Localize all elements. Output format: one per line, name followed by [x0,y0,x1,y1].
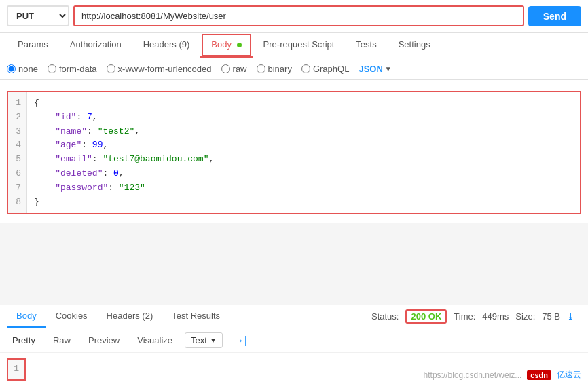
method-select[interactable]: PUT GET POST DELETE PATCH [7,5,69,26]
body-dot [237,43,242,47]
status-label: Status: [371,311,399,322]
time-value: 449ms [482,311,509,322]
option-none[interactable]: none [7,64,38,74]
resp-tab-body[interactable]: Body [7,305,46,328]
option-binary[interactable]: binary [257,64,292,74]
format-preview[interactable]: Preview [83,333,125,347]
logo-yisu: 亿速云 [557,369,581,381]
resp-tab-cookies[interactable]: Cookies [46,305,97,328]
response-status-bar: Status: 200 OK Time: 449ms Size: 75 B ⤓ [371,309,581,324]
time-label: Time: [454,311,475,322]
format-raw[interactable]: Raw [48,333,76,347]
size-value: 75 B [542,311,560,322]
option-raw[interactable]: raw [221,64,247,74]
wrap-icon[interactable]: →| [234,334,247,347]
response-tabs: Body Cookies Headers (2) Test Results St… [0,305,588,328]
logo-csdn: csdn [527,370,551,380]
save-icon[interactable]: ⤓ [567,311,574,322]
resp-tab-test-results[interactable]: Test Results [162,305,229,328]
option-graphql[interactable]: GraphQL [301,64,349,74]
text-format-select[interactable]: Text ▼ [185,332,223,348]
size-label: Size: [515,311,535,322]
resp-tab-headers[interactable]: Headers (2) [97,305,163,328]
chevron-down-icon: ▼ [210,336,217,344]
option-urlencoded[interactable]: x-www-form-urlencoded [107,64,212,74]
empty-space [0,223,588,305]
send-button[interactable]: Send [528,6,581,26]
tab-prerequest[interactable]: Pre-request Script [253,33,346,58]
tab-body[interactable]: Body [200,33,252,58]
json-format-select[interactable]: JSON ▼ [359,64,391,74]
code-area[interactable]: 12345678 { "id": 7, "name": "test2", "ag… [7,91,581,214]
url-input[interactable] [73,5,524,26]
footer-url: https://blog.csdn.net/weiz... [424,370,522,380]
tab-headers[interactable]: Headers (9) [132,33,201,58]
format-visualize[interactable]: Visualize [132,333,178,347]
response-format-bar: Pretty Raw Preview Visualize Text ▼ →| [0,328,588,353]
code-content[interactable]: { "id": 7, "name": "test2", "age": 99, "… [27,92,221,213]
tab-settings[interactable]: Settings [388,33,441,58]
option-form-data[interactable]: form-data [48,64,97,74]
chevron-down-icon: ▼ [385,65,392,73]
line-numbers: 12345678 [8,92,27,213]
format-pretty[interactable]: Pretty [7,333,41,347]
tab-authorization[interactable]: Authorization [59,33,132,58]
resp-line-numbers: 1 [7,358,26,381]
status-value: 200 OK [405,309,447,324]
footer: https://blog.csdn.net/weiz... csdn 亿速云 [424,369,581,381]
tab-params[interactable]: Params [7,33,59,58]
request-tabs: Params Authorization Headers (9) Body Pr… [0,33,588,58]
code-editor: 12345678 { "id": 7, "name": "test2", "ag… [0,80,588,223]
tab-tests[interactable]: Tests [345,33,387,58]
body-options-bar: none form-data x-www-form-urlencoded raw… [0,58,588,80]
